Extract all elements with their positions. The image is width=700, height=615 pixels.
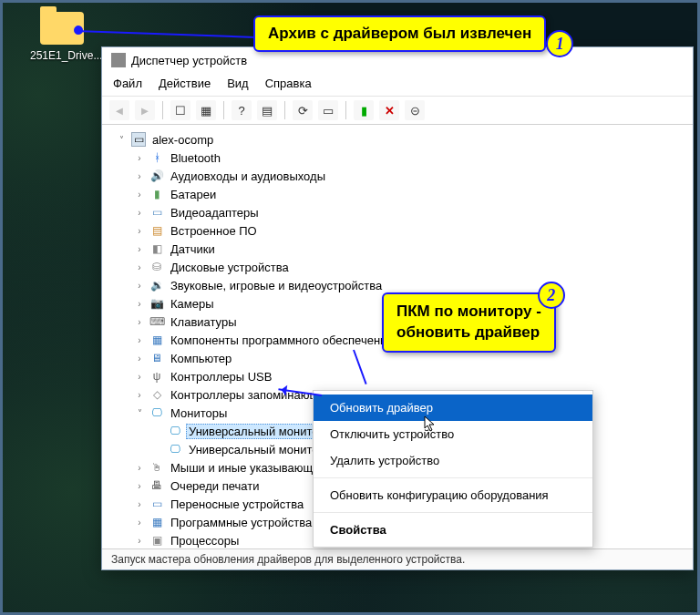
battery-icon: ▮ (149, 187, 164, 201)
chevron-right-icon[interactable]: › (133, 499, 146, 509)
monitor-icon: 🖵 (168, 442, 182, 456)
display-adapter-icon: ▭ (149, 205, 164, 220)
toolbar-props-icon[interactable]: ▦ (196, 100, 216, 120)
toolbar-help-icon[interactable]: ? (232, 100, 252, 120)
storage-controller-icon: ◇ (149, 387, 164, 402)
bluetooth-icon: ᚼ (149, 150, 164, 165)
app-icon (111, 53, 126, 67)
chevron-right-icon[interactable]: › (133, 190, 146, 200)
ctx-separator (314, 477, 592, 478)
callout-badge-1: 1 (546, 30, 573, 57)
disk-icon: ⛁ (149, 260, 164, 274)
tree-item-disks[interactable]: ›⛁Дисковые устройства (108, 258, 693, 276)
chevron-right-icon[interactable]: › (133, 463, 146, 473)
toolbar-back: ◄ (109, 100, 129, 120)
chevron-right-icon[interactable]: › (133, 536, 146, 546)
chevron-right-icon[interactable]: › (133, 208, 146, 218)
tree-item-video[interactable]: ›▭Видеоадаптеры (108, 203, 693, 221)
chevron-down-icon[interactable]: ˅ (115, 135, 128, 145)
audio-icon: 🔊 (149, 169, 164, 183)
chevron-right-icon[interactable]: › (133, 518, 146, 528)
chevron-right-icon[interactable]: › (133, 372, 146, 382)
ctx-rescan[interactable]: Обновить конфигурацию оборудования (314, 482, 592, 508)
tree-label: Видеоадаптеры (168, 205, 262, 220)
tree-item-firmware[interactable]: ›▤Встроенное ПО (108, 221, 693, 240)
portable-icon: ▭ (149, 497, 164, 511)
chevron-right-icon[interactable]: › (133, 226, 146, 236)
menu-action[interactable]: Действие (159, 77, 211, 90)
chevron-right-icon[interactable]: › (133, 390, 146, 400)
tree-label: Датчики (168, 241, 218, 257)
toolbar-fwd: ► (135, 100, 155, 120)
callout-2: ПКМ по монитору - обновить драйвер 2 (382, 292, 556, 353)
tree-label: Звуковые, игровые и видеоустройства (168, 278, 385, 293)
chevron-right-icon[interactable]: › (133, 335, 146, 345)
ctx-remove-device[interactable]: Удалить устройство (314, 447, 592, 474)
tree-label: Процессоры (168, 533, 242, 548)
toolbar-enable-icon[interactable]: ▮ (354, 100, 374, 120)
firmware-icon: ▤ (149, 223, 164, 238)
tree-label: Компьютер (168, 351, 234, 366)
toolbar-update-icon[interactable]: ▭ (318, 100, 338, 120)
callout-2-line1: ПКМ по монитору - (396, 302, 541, 323)
desktop-folder-label: 251E1_Drive... (30, 49, 102, 62)
tree-label: Батареи (168, 187, 219, 202)
ctx-properties[interactable]: Свойства (314, 517, 592, 543)
ctx-update-driver[interactable]: Обновить драйвер (314, 395, 592, 421)
tree-label: Аудиовходы и аудиовыходы (168, 169, 328, 184)
chevron-right-icon[interactable]: › (133, 299, 146, 309)
menubar: Файл Действие Вид Справка (102, 73, 693, 96)
tree-label: Контроллеры USB (168, 369, 274, 384)
tree-root[interactable]: ˅ ▭ alex-ocomp (108, 130, 693, 149)
tree-item-batteries[interactable]: ›▮Батареи (108, 185, 693, 203)
camera-icon: 📷 (149, 296, 164, 311)
toolbar-delete-icon[interactable]: ✕ (379, 100, 399, 120)
chevron-right-icon[interactable]: › (133, 262, 146, 272)
tree-label: Переносные устройства (168, 497, 306, 512)
sound-icon: 🔉 (149, 278, 164, 292)
toolbar: ◄ ► ☐ ▦ ? ▤ ⟳ ▭ ▮ ✕ ⊝ (102, 96, 693, 125)
chevron-right-icon[interactable]: › (133, 481, 146, 491)
toolbar-showall-icon[interactable]: ☐ (170, 100, 190, 120)
callout-1: Архив с драйвером был извлечен 1 (253, 15, 546, 52)
callout-badge-2: 2 (538, 282, 565, 309)
chevron-right-icon[interactable]: › (133, 281, 146, 291)
statusbar: Запуск мастера обновления драйверов для … (102, 548, 693, 569)
ctx-separator (314, 512, 592, 513)
chevron-right-icon[interactable]: › (133, 354, 146, 364)
apps-icon: ▦ (149, 515, 164, 529)
monitor-icon: 🖵 (168, 424, 182, 438)
menu-file[interactable]: Файл (113, 77, 142, 90)
menu-help[interactable]: Справка (265, 77, 312, 90)
chevron-right-icon[interactable]: › (133, 171, 146, 181)
sensor-icon: ◧ (149, 241, 164, 256)
desktop-folder[interactable]: 251E1_Drive... (30, 12, 94, 62)
software-icon: ▦ (149, 333, 164, 347)
menu-view[interactable]: Вид (227, 77, 249, 90)
tree-label: Программные устройства (168, 515, 314, 530)
toolbar-details-icon[interactable]: ▤ (257, 100, 277, 120)
monitor-icon: 🖵 (149, 405, 164, 420)
toolbar-uninstall-icon[interactable]: ⊝ (405, 100, 425, 120)
chevron-right-icon[interactable]: › (133, 244, 146, 254)
tree-label: Камеры (168, 296, 217, 312)
tree-item-usb[interactable]: ›ψКонтроллеры USB (108, 367, 693, 385)
chevron-down-icon[interactable]: ˅ (133, 408, 146, 418)
callout-2-line2: обновить драйвер (396, 323, 541, 343)
tree-item-audio[interactable]: ›🔊Аудиовходы и аудиовыходы (108, 167, 693, 185)
tree-root-label: alex-ocomp (149, 132, 216, 148)
chevron-right-icon[interactable]: › (133, 153, 146, 163)
toolbar-scan-icon[interactable]: ⟳ (293, 100, 313, 120)
ctx-disable-device[interactable]: Отключить устройство (314, 421, 592, 447)
tree-label: Клавиатуры (168, 314, 240, 330)
printer-icon: 🖶 (149, 478, 164, 493)
usb-icon: ψ (149, 369, 164, 384)
toolbar-sep (284, 101, 285, 119)
chevron-right-icon[interactable]: › (133, 317, 146, 327)
computer-icon: ▭ (131, 132, 146, 147)
tree-item-sound[interactable]: ›🔉Звуковые, игровые и видеоустройства (108, 276, 693, 294)
tree-label: Компоненты программного обеспечения (168, 333, 396, 348)
tree-label: Очереди печати (168, 478, 262, 494)
tree-item-bluetooth[interactable]: ›ᚼBluetooth (108, 149, 693, 167)
tree-item-sensors[interactable]: ›◧Датчики (108, 240, 693, 258)
